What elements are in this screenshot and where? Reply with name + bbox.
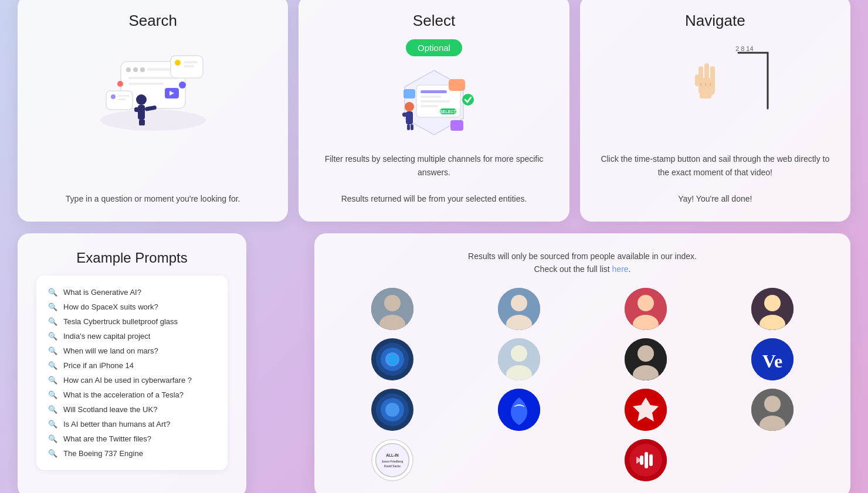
svg-rect-19	[138, 105, 145, 120]
svg-point-54	[384, 295, 401, 311]
svg-point-60	[638, 295, 654, 311]
list-item[interactable]: 🔍 How can AI be used in cyberwarfare ?	[48, 373, 216, 387]
svg-point-57	[511, 295, 527, 311]
search-icon: 🔍	[48, 390, 57, 399]
avatar[interactable]	[371, 288, 413, 330]
list-item[interactable]: 🔍 How do SpaceX suits work?	[48, 300, 216, 314]
list-item[interactable]: 🔍 What is Generative AI?	[48, 285, 216, 300]
svg-rect-30	[421, 100, 450, 103]
avatars-grid: 🌐 Ve	[333, 288, 832, 481]
search-icon: 🔍	[48, 288, 57, 297]
svg-rect-6	[128, 77, 178, 79]
bottom-row: Example Prompts 🔍 What is Generative AI?…	[18, 233, 850, 493]
search-icon: 🔍	[48, 302, 57, 311]
select-illustration: SELECT	[381, 64, 487, 141]
svg-point-74	[638, 345, 654, 362]
svg-text:⌒: ⌒	[513, 404, 525, 417]
svg-rect-48	[695, 74, 700, 86]
svg-point-81	[385, 403, 399, 417]
svg-point-42	[462, 94, 474, 106]
search-description: Type in a question or moment you're look…	[66, 192, 240, 205]
svg-point-3	[133, 67, 138, 72]
svg-text:Jason  Friedberg: Jason Friedberg	[382, 460, 404, 463]
avatar[interactable]	[625, 288, 667, 330]
svg-point-34	[405, 102, 414, 111]
search-icon: 🔍	[48, 420, 57, 429]
svg-text:2  8  14: 2 8 14	[735, 45, 754, 52]
avatar[interactable]	[498, 288, 540, 330]
search-icon: 🔍	[48, 317, 57, 326]
list-item[interactable]: 🔍 What are the Twitter files?	[48, 431, 216, 446]
svg-text:ALL-IN: ALL-IN	[386, 453, 399, 457]
avatar[interactable]: ⌒	[498, 389, 540, 431]
search-icon: 🔍	[48, 346, 57, 355]
svg-rect-13	[184, 65, 194, 67]
avatar[interactable]	[751, 389, 794, 431]
svg-point-71	[511, 345, 527, 362]
navigate-title: Navigate	[685, 12, 745, 30]
svg-rect-46	[704, 63, 709, 84]
navigate-illustration: 2 8 14	[656, 44, 774, 120]
svg-text:SELECT: SELECT	[440, 110, 456, 114]
svg-point-24	[179, 81, 186, 89]
list-item[interactable]: 🔍 Will Scotland leave the UK?	[48, 402, 216, 417]
svg-point-0	[100, 110, 206, 131]
search-title: Search	[128, 12, 177, 30]
svg-rect-28	[421, 90, 447, 93]
here-link[interactable]: here	[612, 264, 629, 274]
svg-rect-7	[128, 83, 164, 85]
select-description: Filter results by selecting multiple cha…	[317, 152, 550, 205]
svg-rect-22	[141, 120, 145, 125]
list-item[interactable]: 🔍 What is the acceleration of a Tesla?	[48, 387, 216, 402]
search-icon: 🔍	[48, 405, 57, 414]
prompts-title: Example Prompts	[36, 250, 228, 266]
top-row: Search	[18, 0, 850, 222]
list-item[interactable]: 🔍 When will we land on mars?	[48, 344, 216, 358]
search-icon: 🔍	[48, 376, 57, 385]
svg-text:Ve: Ve	[762, 351, 782, 372]
avatar[interactable]: ALL-IN Jason Friedberg David Sacks	[371, 439, 413, 481]
navigate-description: Click the time-stamp button and sail thr…	[599, 152, 832, 205]
list-item[interactable]: 🔍 The Boeing 737 Engine	[48, 446, 216, 461]
search-illustration	[89, 44, 218, 138]
avatar[interactable]	[751, 288, 794, 330]
avatar[interactable]	[625, 389, 667, 431]
avatar[interactable]	[625, 338, 667, 380]
avatar[interactable]: Ve	[751, 338, 794, 380]
svg-rect-41	[450, 120, 463, 131]
svg-rect-16	[118, 95, 130, 97]
svg-rect-37	[407, 124, 410, 130]
svg-rect-40	[404, 89, 415, 98]
search-card: Search	[18, 0, 288, 222]
svg-rect-17	[118, 98, 126, 100]
list-item[interactable]: 🔍 Price if an iPhone 14	[48, 358, 216, 373]
svg-rect-29	[421, 96, 441, 98]
search-icon: 🔍	[48, 449, 57, 458]
svg-rect-98	[645, 452, 648, 468]
svg-point-87	[764, 396, 781, 412]
svg-rect-49	[700, 94, 711, 98]
avatar-empty	[498, 439, 540, 481]
avatar[interactable]	[371, 389, 413, 431]
svg-text:🌐: 🌐	[388, 355, 398, 365]
select-card: Select Optional SELECT	[299, 0, 569, 222]
list-item[interactable]: 🔍 Tesla Cybertruck bulletproof glass	[48, 314, 216, 329]
svg-rect-39	[449, 79, 465, 91]
svg-rect-31	[421, 105, 438, 107]
avatar[interactable]: 🌐	[371, 338, 413, 380]
list-item[interactable]: 🔍 Is AI better than humans at Art?	[48, 417, 216, 431]
search-icon: 🔍	[48, 332, 57, 341]
select-title: Select	[413, 12, 455, 30]
svg-rect-99	[649, 454, 653, 466]
svg-point-4	[140, 67, 145, 72]
avatar[interactable]	[498, 338, 540, 380]
list-item[interactable]: 🔍 India's new capital project	[48, 329, 216, 344]
svg-rect-36	[402, 113, 410, 117]
svg-text:David Sacks: David Sacks	[384, 465, 401, 468]
svg-point-15	[111, 94, 116, 99]
avatar[interactable]	[625, 439, 667, 481]
svg-point-11	[175, 60, 181, 66]
svg-point-18	[136, 94, 147, 105]
optional-badge: Optional	[406, 39, 462, 56]
spacer	[257, 233, 304, 493]
